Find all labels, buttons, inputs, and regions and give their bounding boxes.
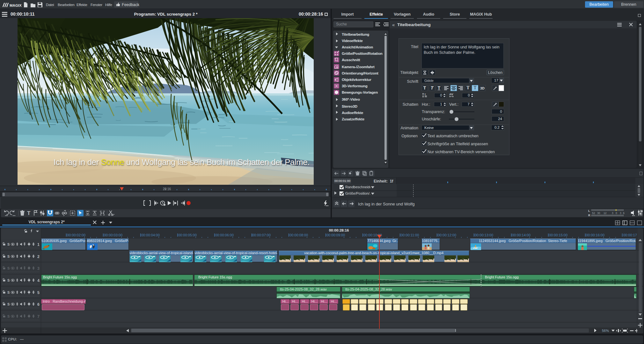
- svg-text:00:00:16:00: 00:00:16:00: [586, 233, 604, 237]
- svg-text:S: S: [7, 302, 10, 306]
- svg-text:52: 52: [592, 211, 595, 215]
- svg-text:1: 1: [37, 242, 40, 247]
- svg-text:6: 6: [37, 302, 40, 306]
- svg-text:00:00:06:00: 00:00:06:00: [215, 233, 234, 237]
- svg-text:Orientierung/Horizont: Orientierung/Horizont: [342, 71, 378, 75]
- svg-text:3: 3: [37, 266, 40, 270]
- svg-text:Audioeffekte: Audioeffekte: [342, 111, 363, 115]
- svg-text:3: 3: [612, 211, 613, 215]
- svg-text:00:00:03:00: 00:00:03:00: [104, 233, 122, 237]
- svg-text:Stereo3D: Stereo3D: [342, 104, 357, 108]
- svg-text:Ansicht/Animation: Ansicht/Animation: [342, 45, 373, 49]
- svg-text:360°-Video: 360°-Video: [342, 97, 360, 101]
- svg-text:30: 30: [597, 211, 600, 215]
- svg-text:S: S: [7, 266, 10, 270]
- svg-text:00:00:09:00: 00:00:09:00: [326, 233, 345, 237]
- svg-text:L: L: [588, 209, 590, 212]
- svg-text:00:00:15:00: 00:00:15:00: [549, 233, 567, 237]
- svg-text:Zusatzeffekte: Zusatzeffekte: [342, 117, 364, 121]
- svg-text:S: S: [7, 242, 10, 246]
- svg-text:00:00:11:00: 00:00:11:00: [401, 233, 419, 237]
- svg-text:00:00:07:00: 00:00:07:00: [252, 233, 271, 237]
- svg-text:Größe/Position/Rotation: Größe/Position/Rotation: [342, 52, 383, 55]
- svg-text:28:16: 28:16: [163, 187, 171, 191]
- svg-text:4: 4: [37, 278, 40, 283]
- svg-text:S: S: [7, 290, 10, 294]
- svg-text:2: 2: [37, 254, 40, 259]
- svg-text:AV: AV: [449, 93, 453, 96]
- svg-text:S: S: [7, 254, 10, 258]
- svg-text:Ausschnitt: Ausschnitt: [342, 58, 360, 62]
- svg-text:Titelbearbeitung: Titelbearbeitung: [342, 32, 369, 36]
- svg-text:00:00:04:00: 00:00:04:00: [141, 233, 160, 237]
- svg-text:T: T: [27, 210, 31, 216]
- svg-text:6: 6: [623, 211, 625, 215]
- svg-text:R: R: [588, 214, 590, 217]
- svg-text:00:00:13:00: 00:00:13:00: [475, 233, 493, 237]
- svg-text:00:00:12:00: 00:00:12:00: [438, 233, 456, 237]
- svg-text:Videoeffekte: Videoeffekte: [342, 39, 363, 43]
- svg-text:56%: 56%: [602, 329, 609, 333]
- svg-text:00:00:02:00: 00:00:02:00: [67, 233, 85, 237]
- svg-text:00:00:08:00: 00:00:08:00: [289, 233, 308, 237]
- svg-text:S: S: [7, 278, 10, 282]
- svg-text:12: 12: [604, 211, 607, 215]
- svg-text:Objektivkorrektur: Objektivkorrektur: [342, 78, 371, 82]
- svg-text:S: S: [7, 314, 10, 318]
- svg-text:00:00:17:00: 00:00:17:00: [623, 233, 637, 237]
- svg-text:7: 7: [37, 314, 40, 319]
- svg-text:3D-Verformung: 3D-Verformung: [342, 84, 368, 88]
- svg-text:Kamera-/Zoomfahrt: Kamera-/Zoomfahrt: [342, 65, 375, 69]
- svg-text:3: 3: [620, 211, 621, 215]
- svg-text:0: 0: [616, 211, 617, 215]
- svg-text:00:00:05:00: 00:00:05:00: [178, 233, 197, 237]
- svg-text:5: 5: [37, 290, 40, 295]
- svg-text:MAGIX: MAGIX: [10, 4, 22, 7]
- svg-text:Bewegungs-Vorlagen: Bewegungs-Vorlagen: [342, 90, 378, 94]
- svg-text:00:00:14:00: 00:00:14:00: [512, 233, 531, 237]
- svg-text:T: T: [424, 93, 426, 96]
